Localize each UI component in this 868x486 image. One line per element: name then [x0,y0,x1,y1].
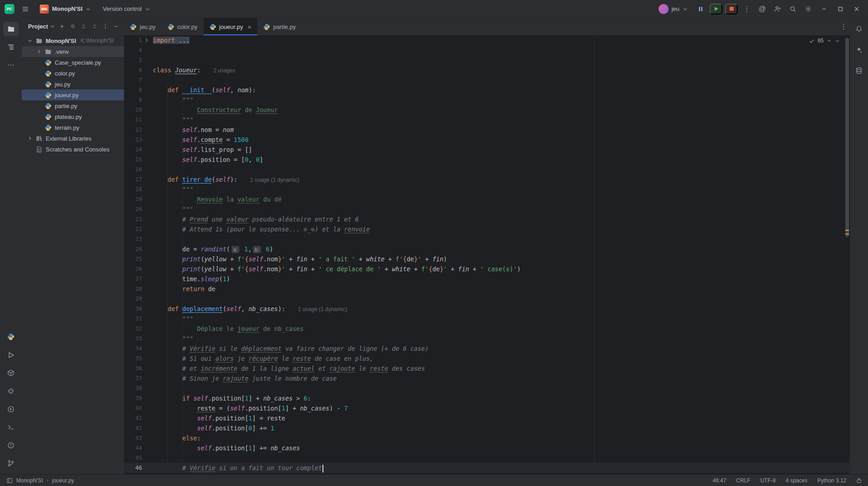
tree-item-plateau.py[interactable]: plateau.py [22,111,124,122]
chevron-down-icon[interactable] [835,38,840,43]
terminal-tool-button[interactable] [3,420,19,434]
code-line[interactable]: 1import ... [124,35,850,45]
hide-panel-button[interactable] [111,21,121,31]
code-line[interactable]: 42 self.position[0] += 1 [124,423,850,433]
code-line[interactable]: 28 return de [124,284,850,294]
minimize-button[interactable] [817,3,831,15]
line-ending[interactable]: CRLF [736,477,750,484]
tree-item-jeu.py[interactable]: jeu.py [22,79,124,90]
line-number[interactable]: 20 [124,204,153,214]
tree-item-terrain.py[interactable]: terrain.py [22,122,124,133]
line-number[interactable]: 25 [124,254,153,264]
code-line[interactable]: 13 self.compte = 1500 [124,135,850,145]
line-number[interactable]: 12 [124,125,153,135]
code-line[interactable]: 9 """ [124,95,850,105]
line-number[interactable]: 33 [124,334,153,344]
warning-stripe-mark[interactable] [845,233,849,235]
usages-annotation[interactable]: 1 usage (1 dynamic) [250,177,299,183]
tree-item-.venv[interactable]: .venv [22,46,124,57]
code-line[interactable]: 21 # Prend une valeur pseudo-aléatoire e… [124,214,850,224]
line-number[interactable]: 30 [124,304,153,314]
caret-position[interactable]: 46:47 [713,477,726,484]
python-interpreter[interactable]: Python 3.12 [817,477,846,484]
code-line[interactable]: 19 Renvoie la valeur du dé [124,194,850,204]
usages-annotation[interactable]: 2 usages [213,67,236,74]
code-line[interactable]: 33 """ [124,334,850,344]
services-tool-button[interactable] [3,402,19,416]
code-line[interactable]: 29 [124,294,850,304]
code-line[interactable]: 34 # Vérifie si le déplacement va faire … [124,344,850,354]
user-account-widget[interactable]: jeu [655,2,692,16]
line-number[interactable]: 18 [124,184,153,194]
code-line[interactable]: 4 [124,45,850,55]
settings-button[interactable] [802,3,815,15]
line-number[interactable]: 16 [124,165,153,175]
line-number[interactable]: 10 [124,105,153,115]
code-line[interactable]: 7 [124,75,850,85]
code-line[interactable]: 10 Constructeur de Joueur [124,105,850,115]
notifications-button[interactable] [851,22,867,36]
file-encoding[interactable]: UTF-8 [760,477,776,484]
run-tool-button[interactable] [3,348,19,362]
pause-icon[interactable] [694,3,707,15]
line-number[interactable]: 4 [124,45,153,55]
code-line[interactable]: 44 self.position[1] += nb_cases [124,443,850,453]
line-number[interactable]: 14 [124,145,153,155]
lock-icon[interactable] [856,477,862,483]
code-line[interactable]: 8 def __init__(self, nom): [124,85,850,95]
tab-jeu.py[interactable]: jeu.py [124,18,161,35]
plugins-tool-button[interactable] [3,384,19,398]
line-number[interactable]: 5 [124,55,153,65]
tab-color.py[interactable]: color.py [161,18,204,35]
structure-tool-button[interactable] [3,40,19,54]
warning-stripe-mark[interactable] [845,230,849,231]
line-number[interactable]: 36 [124,363,153,373]
code-line[interactable]: 36 # et incrémente de 1 la ligne actuel … [124,363,850,373]
select-opened-file-button[interactable] [68,21,78,31]
more-tool-windows-button[interactable]: ⋯ [3,58,19,72]
code-line[interactable]: 37 # Sinon je rajoute juste le nombre de… [124,373,850,383]
code-line[interactable]: 30 def deplacement(self, nb_cases):1 usa… [124,304,850,314]
main-menu-button[interactable] [19,3,32,15]
ai-assistant-button[interactable] [851,42,867,57]
code-line[interactable]: 16 [124,165,850,175]
line-number[interactable]: 42 [124,423,153,433]
project-tool-button[interactable] [3,22,19,36]
code-line[interactable]: 35 # Si oui alors je récupère le reste d… [124,354,850,363]
line-number[interactable]: 21 [124,214,153,224]
code-line[interactable]: 25 print(yellow + f'{self.nom}' + fin + … [124,254,850,264]
line-number[interactable]: 37 [124,373,153,383]
vcs-widget[interactable]: Version control [99,4,154,14]
add-button[interactable] [57,21,67,31]
code-line[interactable]: 31 """ [124,314,850,324]
line-number[interactable]: 22 [124,224,153,234]
line-number[interactable]: 40 [124,403,153,413]
project-selector[interactable]: MN MonopN'SI [36,3,95,15]
code-area[interactable]: 1import ...456class Joueur:2 usages78 de… [124,35,850,473]
code-line[interactable]: 45 [124,453,850,463]
line-number[interactable]: 8 [124,85,153,95]
python-console-tool-button[interactable] [3,330,19,344]
line-number[interactable]: 43 [124,433,153,443]
breadcrumb-project[interactable]: MonopN'SI [16,477,43,484]
usages-annotation[interactable]: 1 usage (1 dynamic) [298,306,347,312]
tab-joueur.py[interactable]: joueur.py× [204,18,258,35]
code-line[interactable]: 43 else: [124,433,850,443]
breadcrumb-file[interactable]: joueur.py [52,477,74,484]
tree-item-Scratches and Consoles[interactable]: Scratches and Consoles [22,144,124,155]
tab-close-icon[interactable]: × [247,24,251,30]
code-line[interactable]: 46 # Vérifie si on a fait un tour comple… [124,463,850,473]
code-line[interactable]: 24 de = randint(a: 1,b: 6) [124,244,850,254]
line-number[interactable]: 26 [124,264,153,274]
line-number[interactable]: 38 [124,383,153,393]
line-number[interactable]: 19 [124,194,153,204]
close-button[interactable] [850,3,863,15]
at-mention-button[interactable]: @ [756,3,768,15]
line-number[interactable]: 45 [124,453,153,463]
code-line[interactable]: 12 self.nom = nom [124,125,850,135]
code-line[interactable]: 23 [124,234,850,244]
chevron-right-icon[interactable] [26,136,33,141]
code-line[interactable]: 27 time.sleep(1) [124,274,850,284]
code-line[interactable]: 14 self.list_prop = [] [124,145,850,155]
search-everywhere-button[interactable] [787,3,799,15]
